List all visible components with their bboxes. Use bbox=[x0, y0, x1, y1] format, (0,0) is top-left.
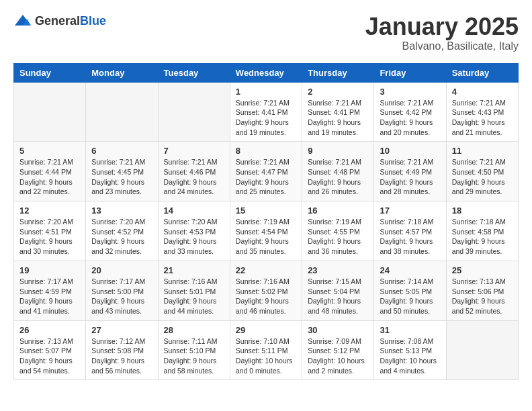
day-info: Sunrise: 7:08 AM Sunset: 5:13 PM Dayligh… bbox=[380, 336, 440, 376]
calendar-cell: 21Sunrise: 7:16 AM Sunset: 5:01 PM Dayli… bbox=[158, 261, 230, 320]
day-number: 2 bbox=[308, 87, 368, 97]
day-number: 31 bbox=[380, 325, 440, 335]
calendar-cell: 31Sunrise: 7:08 AM Sunset: 5:13 PM Dayli… bbox=[374, 320, 446, 380]
month-title: January 2025 bbox=[365, 13, 519, 40]
day-info: Sunrise: 7:09 AM Sunset: 5:12 PM Dayligh… bbox=[308, 336, 368, 376]
day-number: 13 bbox=[91, 205, 152, 216]
day-number: 12 bbox=[19, 205, 80, 216]
calendar-cell: 10Sunrise: 7:21 AM Sunset: 4:49 PM Dayli… bbox=[374, 142, 446, 201]
logo-general: General bbox=[35, 14, 80, 28]
day-number: 20 bbox=[91, 265, 152, 275]
calendar-cell: 7Sunrise: 7:21 AM Sunset: 4:46 PM Daylig… bbox=[158, 142, 230, 201]
day-number: 14 bbox=[164, 205, 224, 216]
calendar-cell: 23Sunrise: 7:15 AM Sunset: 5:04 PM Dayli… bbox=[302, 261, 374, 320]
day-info: Sunrise: 7:13 AM Sunset: 5:06 PM Dayligh… bbox=[452, 277, 513, 316]
calendar-cell: 6Sunrise: 7:21 AM Sunset: 4:45 PM Daylig… bbox=[86, 142, 158, 201]
calendar-cell: 15Sunrise: 7:19 AM Sunset: 4:54 PM Dayli… bbox=[230, 201, 302, 261]
day-info: Sunrise: 7:21 AM Sunset: 4:48 PM Dayligh… bbox=[308, 157, 368, 197]
calendar-cell: 18Sunrise: 7:18 AM Sunset: 4:58 PM Dayli… bbox=[446, 201, 518, 261]
day-info: Sunrise: 7:14 AM Sunset: 5:05 PM Dayligh… bbox=[380, 277, 440, 316]
day-number: 8 bbox=[236, 146, 296, 156]
day-number: 6 bbox=[91, 146, 152, 156]
day-info: Sunrise: 7:15 AM Sunset: 5:04 PM Dayligh… bbox=[308, 277, 368, 316]
calendar-cell: 13Sunrise: 7:20 AM Sunset: 4:52 PM Dayli… bbox=[86, 201, 158, 261]
calendar-cell: 11Sunrise: 7:21 AM Sunset: 4:50 PM Dayli… bbox=[446, 142, 518, 201]
title-block: January 2025 Balvano, Basilicate, Italy bbox=[365, 13, 519, 52]
calendar-cell: 12Sunrise: 7:20 AM Sunset: 4:51 PM Dayli… bbox=[14, 201, 86, 261]
day-number: 24 bbox=[380, 265, 440, 275]
day-info: Sunrise: 7:16 AM Sunset: 5:01 PM Dayligh… bbox=[164, 277, 224, 316]
calendar-cell: 22Sunrise: 7:16 AM Sunset: 5:02 PM Dayli… bbox=[230, 261, 302, 320]
day-number: 19 bbox=[19, 265, 80, 275]
weekday-header-wednesday: Wednesday bbox=[230, 63, 302, 82]
calendar-cell: 8Sunrise: 7:21 AM Sunset: 4:47 PM Daylig… bbox=[230, 142, 302, 201]
day-number: 22 bbox=[236, 265, 296, 275]
calendar-cell: 20Sunrise: 7:17 AM Sunset: 5:00 PM Dayli… bbox=[86, 261, 158, 320]
calendar-week-1: 1Sunrise: 7:21 AM Sunset: 4:41 PM Daylig… bbox=[14, 82, 519, 142]
day-info: Sunrise: 7:11 AM Sunset: 5:10 PM Dayligh… bbox=[164, 336, 224, 376]
day-info: Sunrise: 7:21 AM Sunset: 4:41 PM Dayligh… bbox=[308, 98, 368, 138]
day-info: Sunrise: 7:21 AM Sunset: 4:47 PM Dayligh… bbox=[236, 157, 296, 197]
calendar-cell: 29Sunrise: 7:10 AM Sunset: 5:11 PM Dayli… bbox=[230, 320, 302, 380]
day-info: Sunrise: 7:21 AM Sunset: 4:43 PM Dayligh… bbox=[452, 98, 513, 138]
day-number: 25 bbox=[452, 265, 513, 275]
day-info: Sunrise: 7:21 AM Sunset: 4:42 PM Dayligh… bbox=[380, 98, 440, 138]
day-number: 21 bbox=[164, 265, 224, 275]
calendar-cell: 27Sunrise: 7:12 AM Sunset: 5:08 PM Dayli… bbox=[86, 320, 158, 380]
calendar-cell: 26Sunrise: 7:13 AM Sunset: 5:07 PM Dayli… bbox=[14, 320, 86, 380]
day-info: Sunrise: 7:19 AM Sunset: 4:54 PM Dayligh… bbox=[236, 217, 296, 257]
day-number: 27 bbox=[91, 325, 152, 335]
calendar-cell bbox=[86, 82, 158, 142]
day-info: Sunrise: 7:10 AM Sunset: 5:11 PM Dayligh… bbox=[236, 336, 296, 376]
calendar-cell: 9Sunrise: 7:21 AM Sunset: 4:48 PM Daylig… bbox=[302, 142, 374, 201]
day-info: Sunrise: 7:21 AM Sunset: 4:41 PM Dayligh… bbox=[236, 98, 296, 138]
day-number: 5 bbox=[19, 146, 80, 156]
calendar-table: SundayMondayTuesdayWednesdayThursdayFrid… bbox=[13, 63, 519, 381]
day-info: Sunrise: 7:12 AM Sunset: 5:08 PM Dayligh… bbox=[91, 336, 152, 376]
day-number: 17 bbox=[380, 205, 440, 216]
weekday-header-saturday: Saturday bbox=[446, 63, 518, 82]
page-header: GeneralBlue January 2025 Balvano, Basili… bbox=[13, 13, 519, 52]
day-number: 3 bbox=[380, 87, 440, 97]
day-info: Sunrise: 7:21 AM Sunset: 4:46 PM Dayligh… bbox=[164, 157, 224, 197]
calendar-cell: 28Sunrise: 7:11 AM Sunset: 5:10 PM Dayli… bbox=[158, 320, 230, 380]
calendar-body: 1Sunrise: 7:21 AM Sunset: 4:41 PM Daylig… bbox=[14, 82, 519, 380]
day-number: 10 bbox=[380, 146, 440, 156]
weekday-header-sunday: Sunday bbox=[14, 63, 86, 82]
day-number: 7 bbox=[164, 146, 224, 156]
calendar-cell: 25Sunrise: 7:13 AM Sunset: 5:06 PM Dayli… bbox=[446, 261, 518, 320]
calendar-cell bbox=[158, 82, 230, 142]
calendar-cell: 16Sunrise: 7:19 AM Sunset: 4:55 PM Dayli… bbox=[302, 201, 374, 261]
day-number: 16 bbox=[308, 205, 368, 216]
calendar-cell: 17Sunrise: 7:18 AM Sunset: 4:57 PM Dayli… bbox=[374, 201, 446, 261]
day-info: Sunrise: 7:20 AM Sunset: 4:53 PM Dayligh… bbox=[164, 217, 224, 257]
day-info: Sunrise: 7:17 AM Sunset: 4:59 PM Dayligh… bbox=[19, 277, 80, 316]
calendar-cell: 24Sunrise: 7:14 AM Sunset: 5:05 PM Dayli… bbox=[374, 261, 446, 320]
day-number: 30 bbox=[308, 325, 368, 335]
logo: GeneralBlue bbox=[13, 13, 106, 28]
day-number: 9 bbox=[308, 146, 368, 156]
calendar-cell: 4Sunrise: 7:21 AM Sunset: 4:43 PM Daylig… bbox=[446, 82, 518, 142]
day-info: Sunrise: 7:21 AM Sunset: 4:49 PM Dayligh… bbox=[380, 157, 440, 197]
day-info: Sunrise: 7:19 AM Sunset: 4:55 PM Dayligh… bbox=[308, 217, 368, 257]
day-number: 29 bbox=[236, 325, 296, 335]
day-info: Sunrise: 7:21 AM Sunset: 4:45 PM Dayligh… bbox=[91, 157, 152, 197]
day-info: Sunrise: 7:18 AM Sunset: 4:58 PM Dayligh… bbox=[452, 217, 513, 257]
calendar-cell: 2Sunrise: 7:21 AM Sunset: 4:41 PM Daylig… bbox=[302, 82, 374, 142]
day-number: 23 bbox=[308, 265, 368, 275]
day-number: 4 bbox=[452, 87, 513, 97]
calendar-cell: 30Sunrise: 7:09 AM Sunset: 5:12 PM Dayli… bbox=[302, 320, 374, 380]
weekday-header-friday: Friday bbox=[374, 63, 446, 82]
calendar-cell bbox=[446, 320, 518, 380]
calendar-week-4: 19Sunrise: 7:17 AM Sunset: 4:59 PM Dayli… bbox=[14, 261, 519, 320]
calendar-cell: 3Sunrise: 7:21 AM Sunset: 4:42 PM Daylig… bbox=[374, 82, 446, 142]
day-info: Sunrise: 7:18 AM Sunset: 4:57 PM Dayligh… bbox=[380, 217, 440, 257]
day-number: 28 bbox=[164, 325, 224, 335]
weekday-header-tuesday: Tuesday bbox=[158, 63, 230, 82]
day-number: 15 bbox=[236, 205, 296, 216]
calendar-week-2: 5Sunrise: 7:21 AM Sunset: 4:44 PM Daylig… bbox=[14, 142, 519, 201]
day-number: 1 bbox=[236, 87, 296, 97]
day-info: Sunrise: 7:20 AM Sunset: 4:52 PM Dayligh… bbox=[91, 217, 152, 257]
location-title: Balvano, Basilicate, Italy bbox=[365, 40, 519, 52]
calendar-cell: 14Sunrise: 7:20 AM Sunset: 4:53 PM Dayli… bbox=[158, 201, 230, 261]
